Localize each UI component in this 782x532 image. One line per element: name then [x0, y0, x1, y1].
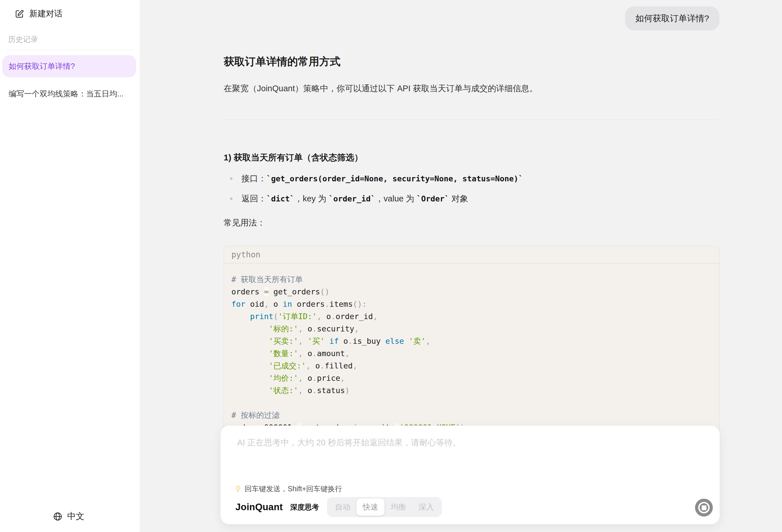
section-divider [224, 120, 719, 120]
section-heading: 1) 获取当天所有订单（含状态筛选） [224, 152, 719, 163]
message-input[interactable]: AI 正在思考中，大约 20 秒后将开始返回结果，请耐心等待。 [220, 425, 720, 480]
code-line: '数量:', o.amount, [232, 347, 712, 359]
answer-title: 获取订单详情的常用方式 [224, 54, 719, 69]
lightbulb-icon [234, 485, 242, 493]
bullet-list: 接口：`get_orders(order_id=None, security=N… [224, 172, 719, 205]
bullet-text: ，key 为 [294, 194, 329, 203]
code-line [232, 396, 712, 409]
composer-controls: JoinQuant 深度思考 自动快速均衡深入 [236, 496, 713, 518]
history-item[interactable]: 编写一个双均线策略：当五日均... [2, 83, 136, 105]
stop-icon [698, 502, 710, 514]
bullet-text: 接口： [242, 174, 266, 183]
sidebar-divider [7, 50, 133, 50]
globe-icon [53, 511, 63, 521]
mode-option-自动[interactable]: 自动 [329, 499, 357, 516]
code-line: '状态:', o.status) [232, 384, 712, 396]
history-section-label: 历史记录 [8, 34, 38, 44]
history-item[interactable]: 如何获取订单详情? [2, 55, 136, 77]
code-line: for oid, o in orders.items(): [232, 298, 712, 310]
mode-option-均衡[interactable]: 均衡 [384, 499, 412, 516]
bullet-item: 返回：`dict`，key 为 `order_id`，value 为 `Orde… [224, 192, 719, 205]
pencil-square-icon [15, 9, 24, 18]
composer-panel: AI 正在思考中，大约 20 秒后将开始返回结果，请耐心等待。 回车键发送，Sh… [220, 425, 720, 524]
keyboard-hint: 回车键发送，Shift+回车键换行 [234, 484, 342, 494]
code-line: orders = get_orders() [232, 286, 712, 298]
assistant-answer: 获取订单详情的常用方式 在聚宽（JoinQuant）策略中，你可以通过以下 AP… [224, 0, 719, 445]
code-body: # 获取当天所有订单orders = get_orders()for oid, … [224, 263, 719, 445]
inline-code: `get_orders(order_id=None, security=None… [266, 174, 523, 183]
usage-label: 常见用法： [224, 217, 719, 229]
chat-area: 如何获取订单详情? 获取订单详情的常用方式 在聚宽（JoinQuant）策略中，… [140, 0, 782, 532]
input-placeholder: AI 正在思考中，大约 20 秒后将开始返回结果，请耐心等待。 [237, 437, 461, 449]
bullet-text: ，value 为 [375, 194, 416, 203]
thinking-mode-label: 深度思考 [290, 502, 319, 512]
code-block: python # 获取当天所有订单orders = get_orders()fo… [224, 246, 719, 445]
bullet-text: 返回： [242, 194, 266, 203]
code-line: # 按标的过滤 [232, 409, 712, 421]
language-switcher[interactable]: 中文 [53, 510, 84, 522]
code-line: '均价:', o.price, [232, 372, 712, 384]
history-list: 如何获取订单详情?编写一个双均线策略：当五日均... [2, 55, 136, 110]
inline-code: `Order` [417, 194, 449, 203]
app-root: 新建对话 历史记录 如何获取订单详情?编写一个双均线策略：当五日均... 中文 … [0, 0, 782, 532]
code-line: # 获取当天所有订单 [232, 273, 712, 286]
new-chat-button[interactable]: 新建对话 [15, 7, 63, 20]
stop-generating-button[interactable] [695, 499, 713, 517]
mode-option-深入[interactable]: 深入 [412, 499, 440, 516]
keyboard-hint-text: 回车键发送，Shift+回车键换行 [245, 484, 342, 494]
inline-code: `dict` [266, 194, 294, 203]
code-line: '已成交:', o.filled, [232, 359, 712, 372]
code-line: '标的:', o.security, [232, 322, 712, 335]
answer-intro: 在聚宽（JoinQuant）策略中，你可以通过以下 API 获取当天订单与成交的… [224, 82, 719, 94]
language-label: 中文 [67, 510, 84, 522]
mode-option-快速[interactable]: 快速 [357, 498, 384, 516]
mode-segmented-control: 自动快速均衡深入 [327, 497, 442, 517]
new-chat-label: 新建对话 [29, 8, 63, 20]
code-language-label: python [224, 246, 719, 263]
inline-code: `order_id` [329, 194, 376, 203]
code-line: '买卖:', '买' if o.is_buy else '卖', [232, 335, 712, 347]
sidebar: 新建对话 历史记录 如何获取订单详情?编写一个双均线策略：当五日均... 中文 [0, 0, 140, 532]
brand-label: JoinQuant [236, 502, 283, 512]
code-line: print('订单ID:', o.order_id, [232, 310, 712, 322]
bullet-text: 对象 [449, 194, 468, 203]
bullet-item: 接口：`get_orders(order_id=None, security=N… [224, 172, 719, 185]
